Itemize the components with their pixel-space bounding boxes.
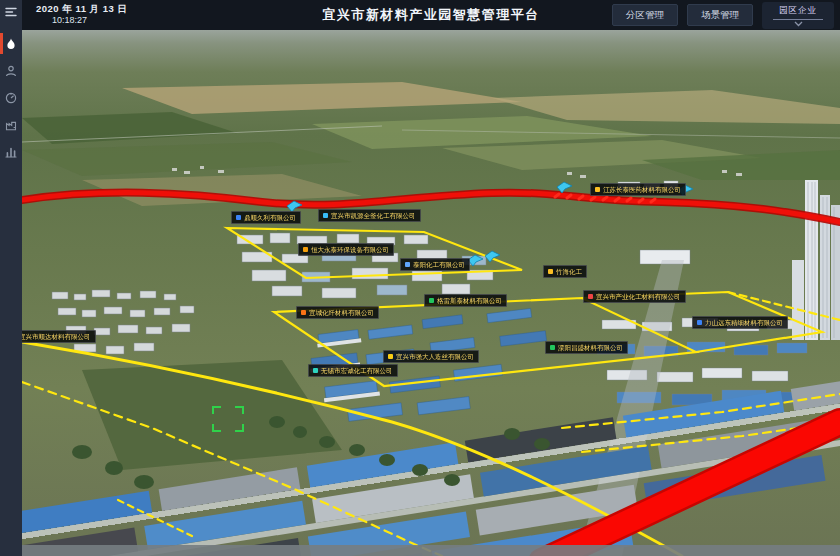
company-pin-icon (405, 262, 410, 267)
company-label-text: 江苏长泰医药材料有限公司 (603, 184, 681, 195)
current-date: 2020 年 11 月 13 日 (36, 3, 127, 15)
flame-icon (5, 38, 17, 50)
scene-management-button[interactable]: 场景管理 (687, 4, 753, 26)
company-pin-icon (548, 269, 553, 274)
map-3d-view[interactable]: 鼎顺久利有限公司 宜兴市凯源全釜化工有限公司 恒大永泰环保设备有限公司 泰阳化工… (22, 30, 840, 556)
company-label-text: 鼎顺久利有限公司 (244, 212, 296, 223)
company-pin-icon (697, 320, 702, 325)
sidebar-item-personnel[interactable] (0, 57, 22, 84)
map-scene (22, 30, 840, 556)
company-label[interactable]: 格雷斯泰材料有限公司 (424, 294, 507, 307)
company-label[interactable]: 溧阳昌盛材料有限公司 (545, 341, 628, 354)
company-pin-icon (595, 187, 600, 192)
company-pin-icon (236, 215, 241, 220)
company-label[interactable]: 宜兴市强大人造丝有限公司 (383, 350, 479, 363)
company-pin-icon (388, 354, 393, 359)
sidebar-item-enterprise[interactable] (0, 111, 22, 138)
datetime-block: 2020 年 11 月 13 日 10:18:27 (36, 3, 127, 27)
company-pin-icon (429, 298, 434, 303)
factory-icon (5, 119, 17, 131)
company-pin-icon (313, 368, 318, 373)
current-time: 10:18:27 (36, 15, 127, 27)
company-label-text: 宜兴市顺达材料有限公司 (22, 331, 91, 342)
bar-chart-icon (5, 146, 17, 158)
company-pin-icon (588, 294, 593, 299)
company-label[interactable]: 宜兴市产业化工材料有限公司 (583, 290, 686, 303)
company-pin-icon (303, 247, 308, 252)
sidebar-item-energy[interactable] (0, 84, 22, 111)
company-label-text: 竹海化工 (556, 266, 582, 277)
company-label[interactable]: 力山远东精细材料有限公司 (692, 316, 788, 329)
sidebar-item-fire-monitoring[interactable] (0, 30, 22, 57)
company-label-text: 宜兴市凯源全釜化工有限公司 (331, 210, 416, 221)
company-label[interactable]: 竹海化工 (543, 265, 587, 278)
company-label-text: 格雷斯泰材料有限公司 (437, 295, 502, 306)
company-label-text: 溧阳昌盛材料有限公司 (558, 342, 623, 353)
company-label[interactable]: 无锡市宏诚化工有限公司 (308, 364, 398, 377)
company-label[interactable]: 宜兴市顺达材料有限公司 (22, 330, 96, 343)
zone-management-button[interactable]: 分区管理 (612, 4, 678, 26)
company-label-text: 恒大永泰环保设备有限公司 (311, 244, 389, 255)
gauge-icon (5, 92, 17, 104)
company-label[interactable]: 江苏长泰医药材料有限公司 (590, 183, 686, 196)
company-label[interactable]: 宜城化纤材料有限公司 (296, 306, 379, 319)
company-pin-icon (301, 310, 306, 315)
company-label[interactable]: 泰阳化工有限公司 (400, 258, 470, 271)
company-label[interactable]: 鼎顺久利有限公司 (231, 211, 301, 224)
menu-toggle[interactable] (0, 0, 22, 24)
company-label-text: 力山远东精细材料有限公司 (705, 317, 783, 328)
company-label-text: 宜城化纤材料有限公司 (309, 307, 374, 318)
park-enterprise-dropdown-label: 园区企业 (773, 5, 823, 20)
top-bar: 2020 年 11 月 13 日 10:18:27 宜兴市新材料产业园智慧管理平… (22, 0, 840, 30)
company-label[interactable]: 宜兴市凯源全釜化工有限公司 (318, 209, 421, 222)
company-pin-icon (323, 213, 328, 218)
park-enterprise-dropdown[interactable]: 园区企业 (762, 2, 834, 29)
top-actions: 分区管理 场景管理 园区企业 (612, 2, 834, 29)
sidebar-item-statistics[interactable] (0, 138, 22, 165)
chevron-down-icon (794, 21, 803, 27)
company-label-text: 无锡市宏诚化工有限公司 (321, 365, 393, 376)
worker-icon (5, 65, 17, 77)
menu-icon (5, 6, 17, 18)
company-label[interactable]: 恒大永泰环保设备有限公司 (298, 243, 394, 256)
company-label-text: 宜兴市产业化工材料有限公司 (596, 291, 681, 302)
company-label-text: 泰阳化工有限公司 (413, 259, 465, 270)
company-label-text: 宜兴市强大人造丝有限公司 (396, 351, 474, 362)
app-window: 2020 年 11 月 13 日 10:18:27 宜兴市新材料产业园智慧管理平… (0, 0, 840, 556)
bottom-edge (22, 545, 840, 556)
sidebar (0, 0, 22, 556)
company-pin-icon (550, 345, 555, 350)
